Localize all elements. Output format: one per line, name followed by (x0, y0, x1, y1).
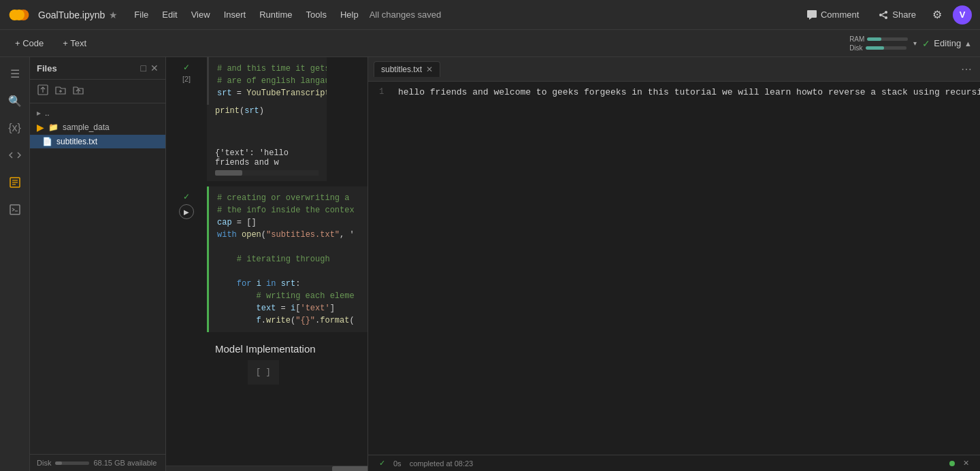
settings-icon[interactable]: ⚙ (930, 5, 945, 24)
colab-logo (8, 4, 30, 26)
editing-label: Editing (934, 38, 961, 48)
status-check-icon: ✓ (379, 459, 385, 468)
code-line (217, 241, 359, 253)
ram-bar-fill (867, 37, 881, 41)
cell-1-number: [2] (182, 75, 191, 83)
output-scrollbar[interactable] (215, 170, 318, 176)
text-editor-tabs: subtitles.txt ✕ ⋯ (368, 57, 980, 82)
file-panel-header: Files □ ✕ (30, 57, 165, 80)
output-scrollbar-thumb (215, 170, 242, 176)
cell-2-content[interactable]: # creating or overwriting a # the info i… (207, 186, 368, 332)
editor-tab-subtitles[interactable]: subtitles.txt ✕ (374, 61, 440, 77)
code-line: text = i['text'] (217, 302, 359, 314)
empty-cell-content[interactable]: [ ] (248, 360, 279, 385)
folder-icon-sample: ▶ (37, 122, 44, 133)
sidebar-icon-menu[interactable]: ☰ (4, 63, 26, 84)
add-code-label: + Code (15, 38, 44, 48)
notebook-inner: ✓ [2] # and this time it gets only # are… (166, 57, 368, 471)
line-number-1: 1 (379, 87, 390, 97)
menu-runtime[interactable]: Runtime (254, 7, 297, 22)
notebook-area: ✓ [2] # and this time it gets only # are… (166, 57, 368, 471)
toolbar2-left: + Code + Text (8, 35, 93, 51)
ram-disk-dropdown[interactable]: ▾ (913, 39, 917, 47)
star-icon[interactable]: ★ (109, 10, 118, 20)
main-scrollbar[interactable] (166, 466, 368, 471)
topbar-right: Comment Share ⚙ V (801, 5, 972, 25)
cell-1-content[interactable]: # and this time it gets only # are of en… (207, 57, 327, 105)
sidebar-icon-code[interactable] (4, 144, 26, 166)
editing-chevron-up[interactable]: ▲ (964, 39, 972, 48)
empty-cell-label: [ ] (256, 368, 271, 377)
tab-close-icon[interactable]: ✕ (426, 65, 433, 74)
menu-tools[interactable]: Tools (301, 7, 332, 22)
avatar[interactable]: V (953, 5, 972, 25)
files-title: Files (37, 63, 57, 74)
menu-edit[interactable]: Edit (157, 7, 182, 22)
code-line: # and this time it gets only (217, 63, 318, 75)
code-line: # writing each eleme (217, 290, 359, 302)
ram-label: RAM (849, 35, 864, 43)
folder-item-sample[interactable]: ▶ 📁 sample_data (30, 120, 165, 135)
parent-folder-label: .. (45, 108, 50, 118)
file-item-subtitles[interactable]: 📄 subtitles.txt (30, 135, 165, 148)
save-status: All changes saved (370, 10, 442, 20)
cell-2-check: ✓ (183, 192, 190, 201)
comment-button[interactable]: Comment (801, 7, 864, 23)
sidebar-icon-variables[interactable]: {x} (4, 117, 26, 139)
upload-folder-icon[interactable] (72, 84, 84, 99)
text-editor-body[interactable]: 1 hello friends and welcome to geeks for… (368, 82, 980, 455)
share-button[interactable]: Share (872, 7, 921, 23)
more-options-button[interactable]: ⋯ (958, 61, 975, 78)
new-folder-icon[interactable]: □ (141, 63, 146, 74)
file-panel-bottom: Disk 68.15 GB available (30, 454, 165, 471)
code-line: with open("subtitles.txt", ' (217, 229, 359, 241)
sidebar-icon-files[interactable] (4, 172, 26, 193)
code-line: for i in srt: (217, 278, 359, 290)
close-panel-icon[interactable]: ✕ (150, 63, 159, 74)
code-line: srt = YouTubeTranscriptApi.g (217, 87, 318, 99)
add-code-button[interactable]: + Code (8, 35, 50, 51)
editing-section: ✓ Editing ▲ (922, 38, 972, 49)
sidebar-icon-search[interactable]: 🔍 (4, 90, 26, 112)
file-item-parent[interactable]: ▸ .. (30, 106, 165, 120)
bottom-status-bar: ✓ 0s completed at 08:23 ✕ (368, 455, 980, 471)
cell-1-check: ✓ (183, 63, 190, 72)
disk-usage-bar (55, 461, 89, 465)
output-text: {'text': 'hello friends and w (215, 148, 318, 167)
add-text-button[interactable]: + Text (56, 35, 93, 51)
editing-check-icon: ✓ (922, 38, 930, 49)
ram-bar-row: RAM (849, 35, 908, 43)
cell-2: ✓ ▶ # creating or overwriting a # the in… (166, 186, 368, 332)
sidebar-icon-terminal[interactable] (4, 199, 26, 221)
disk-available: 68.15 GB available (93, 459, 157, 467)
code-line-print: print(srt) (215, 105, 318, 117)
topbar: GoalTube.ipynb ★ File Edit View Insert R… (0, 0, 980, 30)
upload-file-icon[interactable] (37, 84, 49, 99)
code-line: # are of english langauge. (217, 75, 318, 87)
cell-1-output: {'text': 'hello friends and w (207, 146, 327, 181)
folder-graphic-icon: 📁 (48, 123, 59, 132)
menu-file[interactable]: File (129, 7, 154, 22)
file-tree: ▸ .. ▶ 📁 sample_data 📄 subtitles.txt (30, 103, 165, 454)
status-close-icon[interactable]: ✕ (963, 459, 969, 468)
cell-1-print: print(srt) (207, 105, 327, 146)
notebook-name[interactable]: GoalTube.ipynb (38, 10, 105, 20)
menu-view[interactable]: View (186, 7, 216, 22)
code-line: # creating or overwriting a (217, 192, 359, 204)
menu-help[interactable]: Help (335, 7, 364, 22)
menu-insert[interactable]: Insert (218, 7, 252, 22)
comment-label: Comment (821, 10, 859, 20)
status-completed: completed at 08:23 (410, 459, 474, 468)
file-panel-actions (30, 80, 165, 103)
disk-bar-track (866, 46, 906, 50)
code-line: # the info inside the contex (217, 204, 359, 216)
editor-tab-actions: ⋯ (958, 63, 975, 76)
ram-bar-track (867, 37, 908, 41)
run-button-cell-2[interactable]: ▶ (179, 204, 194, 219)
file-label-subtitles: subtitles.txt (56, 137, 97, 146)
svg-point-3 (879, 14, 882, 16)
share-label: Share (892, 10, 916, 20)
disk-bar-fill (866, 46, 884, 50)
disk-bar-row: Disk (849, 44, 908, 52)
create-folder-icon[interactable] (54, 84, 67, 99)
